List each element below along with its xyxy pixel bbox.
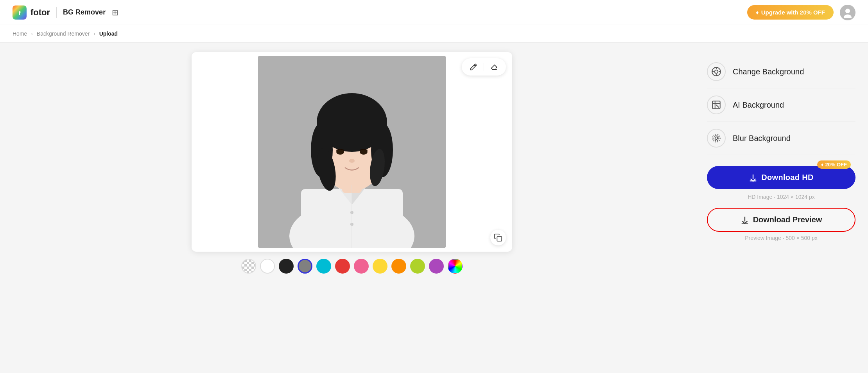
- canvas-image: [258, 56, 446, 248]
- download-hd-wrapper: ♦ 20% OFF Download HD: [707, 166, 855, 189]
- swatch-black[interactable]: [279, 259, 294, 274]
- change-bg-icon: [707, 62, 726, 81]
- eraser-button[interactable]: [488, 61, 500, 73]
- swatch-gray[interactable]: [298, 259, 312, 274]
- swatch-pink[interactable]: [354, 259, 369, 274]
- swatch-white[interactable]: [260, 259, 275, 274]
- blur-background-option[interactable]: Blur Background: [707, 122, 855, 155]
- grid-icon[interactable]: ⊞: [112, 8, 118, 17]
- header-left: f fotor BG Remover ⊞: [13, 5, 118, 20]
- brush-button[interactable]: [467, 61, 480, 73]
- swatch-orange[interactable]: [391, 259, 406, 274]
- svg-rect-14: [319, 111, 385, 138]
- swatch-red[interactable]: [335, 259, 350, 274]
- blur-bg-label: Blur Background: [733, 134, 791, 143]
- svg-point-33: [714, 136, 719, 141]
- breadcrumb-sep-2: ›: [93, 31, 95, 37]
- svg-point-26: [715, 70, 718, 74]
- svg-point-3: [844, 14, 852, 18]
- right-panel: Change Background AI Background Blur: [691, 52, 855, 241]
- download-preview-button[interactable]: Download Preview: [707, 208, 855, 232]
- fotor-logo-icon: f: [13, 5, 27, 20]
- swatch-yellow[interactable]: [373, 259, 387, 274]
- blur-bg-svg: [711, 133, 721, 143]
- upgrade-label: Upgrade with 20% OFF: [761, 9, 825, 16]
- person-image-svg: [258, 56, 446, 248]
- canvas-container: [192, 52, 512, 252]
- avatar-icon: [842, 7, 853, 18]
- avatar[interactable]: [840, 5, 855, 20]
- header-right: ♦ Upgrade with 20% OFF: [747, 5, 855, 20]
- diamond-icon: ♦: [821, 162, 824, 168]
- download-hd-label: Download HD: [761, 173, 813, 182]
- main-content: Change Background AI Background Blur: [0, 43, 868, 283]
- canvas-area: [13, 52, 691, 274]
- change-background-option[interactable]: Change Background: [707, 55, 855, 88]
- header: f fotor BG Remover ⊞ ♦ Upgrade with 20% …: [0, 0, 868, 25]
- header-divider: [56, 7, 57, 18]
- ai-bg-icon: [707, 96, 726, 114]
- download-section: ♦ 20% OFF Download HD HD Image · 1024 × …: [707, 166, 855, 241]
- svg-rect-24: [497, 236, 502, 241]
- eraser-icon: [490, 63, 498, 71]
- change-bg-svg: [711, 67, 721, 77]
- logo[interactable]: f fotor: [13, 5, 50, 20]
- breadcrumb-current: Upload: [99, 31, 118, 37]
- blur-bg-icon: [707, 129, 726, 148]
- change-bg-label: Change Background: [733, 67, 804, 76]
- color-swatches: [237, 259, 466, 274]
- ai-background-option[interactable]: AI Background: [707, 88, 855, 122]
- download-preview-label: Download Preview: [753, 215, 822, 224]
- copy-button[interactable]: [490, 230, 506, 245]
- upgrade-diamond-icon: ♦: [756, 9, 759, 16]
- brush-icon: [470, 63, 477, 71]
- svg-point-19: [349, 159, 355, 163]
- swatch-cyan[interactable]: [316, 259, 331, 274]
- breadcrumb-bg-remover[interactable]: Background Remover: [37, 31, 90, 37]
- download-hd-button[interactable]: Download HD: [707, 166, 855, 189]
- canvas-toolbar: [462, 58, 506, 76]
- logo-text: fotor: [30, 7, 50, 18]
- tool-name-label: BG Remover: [63, 8, 106, 16]
- svg-text:f: f: [19, 10, 21, 16]
- breadcrumb-home[interactable]: Home: [13, 31, 27, 37]
- breadcrumb: Home › Background Remover › Upload: [0, 25, 868, 43]
- ai-bg-svg: [711, 100, 721, 110]
- copy-icon: [494, 233, 502, 242]
- off-badge: ♦ 20% OFF: [817, 160, 851, 169]
- swatch-lime[interactable]: [410, 259, 425, 274]
- swatch-rainbow[interactable]: [448, 259, 463, 274]
- svg-point-2: [845, 9, 850, 13]
- swatch-purple[interactable]: [429, 259, 444, 274]
- download-hd-icon: [749, 173, 757, 182]
- svg-point-32: [715, 137, 718, 140]
- preview-info: Preview Image · 500 × 500 px: [745, 235, 818, 241]
- download-preview-icon: [741, 216, 749, 224]
- breadcrumb-sep-1: ›: [31, 31, 33, 37]
- toolbar-divider: [484, 63, 484, 71]
- ai-bg-label: AI Background: [733, 101, 784, 110]
- off-badge-label: 20% OFF: [825, 162, 847, 168]
- upgrade-button[interactable]: ♦ Upgrade with 20% OFF: [747, 5, 834, 20]
- swatch-transparent[interactable]: [241, 259, 256, 274]
- hd-info: HD Image · 1024 × 1024 px: [748, 194, 815, 200]
